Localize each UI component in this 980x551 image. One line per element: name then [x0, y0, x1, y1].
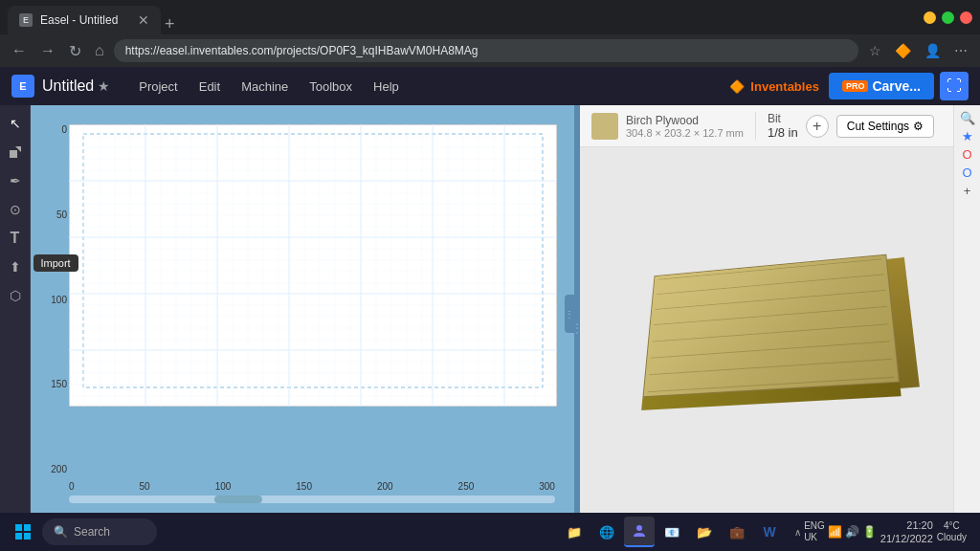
forward-button[interactable]: → — [36, 38, 59, 63]
material-info: Birch Plywood 304.8 × 203.2 × 12.7 mm — [626, 114, 744, 139]
maximize-button[interactable] — [942, 11, 954, 24]
pro-badge: PRO — [842, 80, 869, 92]
main-content: ↖ ✒ ⊙ T ⬆ Import ⬡ 200 150 — [0, 105, 980, 551]
taskbar-chat-icon[interactable] — [624, 517, 655, 547]
x-label-150: 150 — [296, 481, 312, 492]
wood-grain-5 — [653, 323, 889, 342]
tab-title: Easel - Untitled — [40, 13, 118, 27]
extensions-icon[interactable]: 🔶 — [890, 39, 916, 62]
h-scrollbar[interactable] — [69, 496, 555, 503]
pointer-tool-button[interactable]: ↖ — [3, 111, 28, 136]
system-tray: ∧ ENGUK 📶 🔊 🔋 21:20 21/12/2022 4°C Cloud… — [789, 518, 972, 546]
material-swatch — [591, 113, 618, 140]
taskbar-search-label: Search — [74, 525, 110, 539]
back-button[interactable]: ← — [8, 38, 31, 63]
svg-rect-62 — [15, 533, 22, 540]
carve-label: Carve... — [872, 78, 921, 94]
favorite-star-icon[interactable]: ★ — [98, 78, 110, 94]
tab-favicon: E — [19, 13, 33, 27]
bookmarks-icon[interactable]: ☆ — [864, 39, 886, 62]
minimize-button[interactable] — [924, 11, 936, 24]
project-title: Untitled — [42, 77, 94, 95]
taskbar-explorer-icon[interactable]: 📂 — [689, 517, 720, 547]
material-dimensions: 304.8 × 203.2 × 12.7 mm — [626, 127, 744, 139]
taskbar-search-icon: 🔍 — [54, 525, 68, 539]
taskbar-word-icon[interactable]: W — [754, 517, 785, 547]
menu-machine[interactable]: Machine — [232, 76, 298, 98]
taskbar-search-box[interactable]: 🔍 Search — [42, 518, 157, 545]
app-logo: E — [11, 75, 34, 98]
office-icon[interactable]: O — [962, 147, 971, 162]
address-bar-row: ← → ↻ ⌂ ☆ 🔶 👤 ⋯ — [0, 34, 980, 67]
taskbar-mail-icon[interactable]: 📧 — [657, 517, 687, 547]
bit-label: Bit — [768, 112, 798, 125]
tray-volume-icon[interactable]: 🔊 — [845, 525, 859, 539]
office-blue-icon[interactable]: O — [962, 165, 971, 180]
tray-arrow-icon[interactable]: ∧ — [794, 527, 801, 538]
taskbar-app-icons: 📁 🌐 📧 📂 💼 W — [559, 517, 785, 547]
more-options-icon[interactable]: ⋯ — [949, 39, 972, 62]
tab-close-button[interactable]: ✕ — [138, 12, 149, 28]
logo-text: E — [19, 80, 26, 92]
shapes-tool-button[interactable] — [3, 140, 28, 165]
browser-tabs: E Easel - Untitled ✕ + — [8, 0, 916, 34]
app-header: E Untitled ★ Project Edit Machine Toolbo… — [0, 67, 980, 105]
menu-bar: Project Edit Machine Toolbox Help — [129, 76, 729, 98]
carve-button[interactable]: PRO Carve... — [829, 73, 934, 99]
star-panel-icon[interactable]: ★ — [962, 129, 973, 143]
home-button[interactable]: ⌂ — [91, 38, 108, 63]
y-axis: 200 150 100 50 0 — [40, 124, 67, 474]
wood-grain-3 — [656, 290, 885, 310]
cut-settings-button[interactable]: Cut Settings ⚙ — [836, 115, 934, 138]
menu-edit[interactable]: Edit — [189, 76, 230, 98]
right-panel: Birch Plywood 304.8 × 203.2 × 12.7 mm Bi… — [580, 105, 953, 551]
expand-button[interactable]: ⛶ — [940, 72, 969, 100]
import-tool-button[interactable]: ⬆ Import — [3, 254, 28, 279]
taskbar-work-icon[interactable]: 💼 — [722, 517, 752, 547]
x-label-200: 200 — [377, 481, 393, 492]
right-panel-collapse[interactable]: ⋮ — [565, 295, 574, 333]
text-tool-button[interactable]: T — [3, 226, 28, 251]
easel-app: E Untitled ★ Project Edit Machine Toolbo… — [0, 67, 980, 551]
clock-date: 21/12/2022 — [880, 532, 933, 545]
window-controls — [924, 11, 972, 24]
menu-toolbox[interactable]: Toolbox — [300, 76, 362, 98]
wood-board-3d — [641, 254, 902, 411]
new-tab-button[interactable]: + — [161, 14, 179, 34]
taskbar-browser-icon[interactable]: 🌐 — [591, 517, 622, 547]
browser-tab[interactable]: E Easel - Untitled ✕ — [8, 6, 161, 34]
address-input[interactable] — [114, 39, 858, 62]
left-sidebar: ↖ ✒ ⊙ T ⬆ Import ⬡ — [0, 105, 31, 551]
cube-tool-button[interactable]: ⬡ — [3, 283, 28, 308]
add-panel-icon[interactable]: + — [964, 184, 971, 198]
svg-point-64 — [636, 525, 642, 531]
search-panel-icon[interactable]: 🔍 — [960, 111, 975, 125]
wood-grain-4 — [654, 306, 887, 325]
y-label-100: 100 — [40, 295, 67, 305]
profile-icon[interactable]: 👤 — [920, 39, 946, 62]
bit-info: Bit 1/8 in — [768, 112, 798, 140]
weather-widget: 4°C Cloudy — [937, 520, 967, 543]
close-button[interactable] — [960, 11, 972, 24]
h-scrollbar-thumb[interactable] — [214, 496, 262, 503]
windows-logo-icon — [14, 523, 32, 540]
y-label-200: 200 — [40, 464, 67, 474]
pen-tool-button[interactable]: ✒ — [3, 168, 28, 193]
tray-wifi-icon[interactable]: 📶 — [828, 525, 842, 539]
start-button[interactable] — [8, 517, 38, 547]
add-bit-button[interactable]: + — [806, 115, 829, 138]
y-label-150: 150 — [40, 379, 67, 389]
x-label-0: 0 — [69, 481, 75, 492]
browser-toolbar-icons: ☆ 🔶 👤 ⋯ — [864, 39, 972, 62]
browser-chrome: E Easel - Untitled ✕ + — [0, 0, 980, 34]
bit-size: 1/8 in — [768, 125, 798, 140]
svg-rect-0 — [10, 150, 17, 158]
system-clock[interactable]: 21:20 21/12/2022 — [880, 518, 933, 546]
svg-rect-2 — [69, 124, 557, 407]
circle-tool-button[interactable]: ⊙ — [3, 197, 28, 222]
taskbar-file-manager-icon[interactable]: 📁 — [559, 517, 590, 547]
menu-project[interactable]: Project — [129, 76, 187, 98]
cut-settings-icon: ⚙ — [913, 120, 924, 133]
menu-help[interactable]: Help — [364, 76, 409, 98]
refresh-button[interactable]: ↻ — [65, 38, 85, 64]
